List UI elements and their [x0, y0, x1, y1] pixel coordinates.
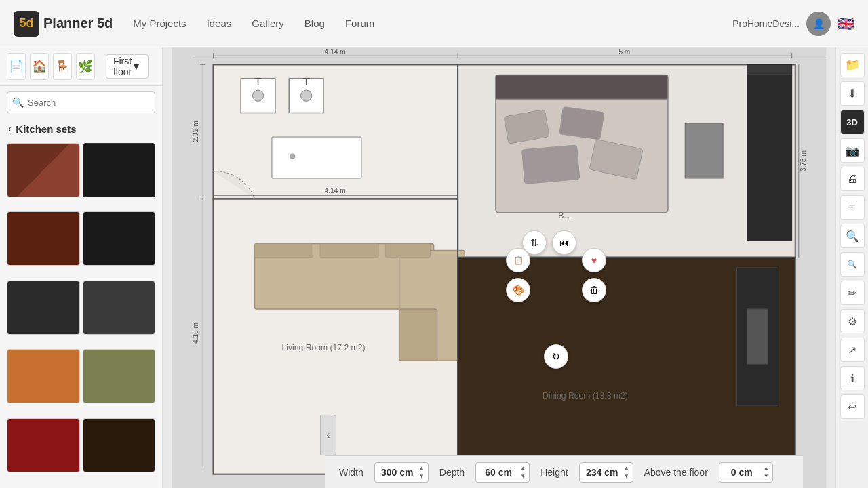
- undo-button[interactable]: ↩: [840, 394, 865, 419]
- paint-button[interactable]: 🎨: [506, 278, 530, 302]
- zoom-in-button[interactable]: 🔍: [840, 224, 865, 248]
- height-label: Height: [540, 467, 568, 478]
- floor-selector-label: First floor: [113, 56, 132, 77]
- zoom-out-button[interactable]: 🔍: [840, 252, 865, 277]
- logo[interactable]: 5d Planner 5d: [14, 11, 113, 37]
- edit-button[interactable]: ✏: [840, 281, 865, 305]
- kitchen-item-1[interactable]: [7, 143, 80, 197]
- svg-text:2.32 m: 2.32 m: [192, 121, 199, 142]
- home-button[interactable]: 🏠: [30, 53, 49, 80]
- category-title: Kitchen sets: [16, 123, 76, 135]
- floor-input-wrap: ▲ ▼: [719, 462, 773, 483]
- height-up-arrow[interactable]: ▲: [621, 464, 632, 472]
- 3d-view-button[interactable]: 3D: [840, 110, 865, 134]
- kitchen-item-4[interactable]: [83, 211, 156, 266]
- user-area: ProHomeDesi... 👤 🇬🇧: [732, 12, 854, 36]
- share-button[interactable]: ↗: [840, 338, 865, 362]
- logo-icon: 5d: [14, 11, 39, 37]
- width-down-arrow[interactable]: ▼: [416, 472, 427, 481]
- floor-up-arrow[interactable]: ▲: [761, 464, 772, 472]
- svg-point-8: [301, 90, 312, 101]
- favorite-button[interactable]: ♥: [582, 248, 606, 272]
- kitchen-item-3[interactable]: [7, 211, 80, 266]
- svg-rect-15: [496, 75, 668, 100]
- depth-input-wrap: ▲ ▼: [475, 462, 530, 483]
- floor-plan-svg: B... Living Room (17.2 m2) Dining Room (…: [163, 47, 835, 488]
- floor-label: Above the floor: [644, 467, 708, 478]
- svg-point-4: [252, 90, 263, 101]
- furniture-button[interactable]: 🪑: [53, 53, 72, 80]
- right-sidebar: 📁 ⬇ 3D 📷 🖨 ≡ 🔍 🔍 ✏ ⚙ ↗ ℹ ↩: [835, 47, 868, 488]
- info-button[interactable]: ℹ: [840, 366, 865, 390]
- depth-label: Depth: [439, 467, 465, 478]
- kitchen-item-7[interactable]: [7, 349, 80, 403]
- nav-blog[interactable]: Blog: [304, 18, 325, 29]
- plants-button[interactable]: 🌿: [76, 53, 95, 80]
- height-down-arrow[interactable]: ▼: [621, 472, 632, 481]
- kitchen-item-9[interactable]: [7, 418, 80, 472]
- search-input[interactable]: [7, 92, 155, 113]
- floor-down-arrow[interactable]: ▼: [761, 472, 772, 481]
- depth-up-arrow[interactable]: ▲: [517, 464, 528, 472]
- camera-button[interactable]: 📷: [840, 138, 865, 163]
- user-avatar[interactable]: 👤: [806, 12, 831, 36]
- logo-text: Planner 5d: [43, 16, 113, 31]
- back-button[interactable]: ‹ Kitchen sets: [0, 119, 162, 139]
- svg-rect-21: [747, 64, 792, 75]
- svg-text:B...: B...: [558, 211, 570, 220]
- svg-rect-22: [747, 75, 792, 241]
- kitchen-item-5[interactable]: [7, 281, 80, 335]
- new-file-button[interactable]: 📁: [840, 53, 865, 77]
- width-label: Width: [339, 467, 363, 478]
- depth-down-arrow[interactable]: ▼: [517, 472, 528, 481]
- width-input-wrap: ▲ ▼: [374, 462, 429, 483]
- language-flag[interactable]: 🇬🇧: [837, 16, 854, 32]
- kitchen-item-6[interactable]: [83, 281, 156, 335]
- nav-forum[interactable]: Forum: [345, 18, 374, 29]
- left-sidebar: 📄 🏠 🪑 🌿 First floor ▼ 🔍 ‹ Kitchen sets: [0, 47, 163, 488]
- items-grid: [0, 139, 162, 488]
- svg-text:4.14 m: 4.14 m: [325, 48, 346, 56]
- search-box: 🔍: [7, 92, 155, 113]
- svg-rect-11: [272, 137, 361, 178]
- collapse-sidebar-button[interactable]: ‹: [320, 415, 336, 455]
- rotate-button[interactable]: ↻: [544, 344, 568, 369]
- svg-text:5 m: 5 m: [618, 48, 630, 56]
- svg-rect-27: [399, 309, 437, 361]
- kitchen-item-2[interactable]: [83, 143, 156, 197]
- height-arrows: ▲ ▼: [621, 462, 632, 483]
- search-icon: 🔍: [12, 97, 24, 108]
- floor-selector[interactable]: First floor ▼: [106, 54, 149, 79]
- svg-rect-18: [521, 145, 579, 184]
- svg-point-12: [290, 153, 295, 159]
- center-button[interactable]: ⏮: [552, 230, 576, 255]
- canvas-area[interactable]: B... Living Room (17.2 m2) Dining Room (…: [163, 47, 835, 488]
- nav-gallery[interactable]: Gallery: [252, 18, 284, 29]
- toolbar-icons: 📄 🏠 🪑 🌿 First floor ▼: [0, 47, 162, 86]
- kitchen-item-10[interactable]: [83, 418, 156, 472]
- new-project-button[interactable]: 📄: [7, 53, 26, 80]
- svg-text:3.75 m: 3.75 m: [800, 150, 807, 171]
- top-navigation: 5d Planner 5d My Projects Ideas Gallery …: [0, 0, 868, 47]
- download-button[interactable]: ⬇: [840, 81, 865, 106]
- dimension-bar: Width ▲ ▼ Depth ▲ ▼ Height ▲: [326, 455, 803, 488]
- width-up-arrow[interactable]: ▲: [416, 464, 427, 472]
- settings-button[interactable]: ⚙: [840, 309, 865, 333]
- kitchen-item-8[interactable]: [83, 349, 156, 403]
- svg-rect-28: [254, 243, 313, 257]
- nav-my-projects[interactable]: My Projects: [133, 18, 186, 29]
- svg-text:Living Room (17.2 m2): Living Room (17.2 m2): [281, 343, 365, 352]
- svg-text:4.16 m: 4.16 m: [192, 323, 199, 344]
- username-label: ProHomeDesi...: [732, 18, 800, 29]
- chevron-down-icon: ▼: [132, 61, 141, 72]
- nav-ideas[interactable]: Ideas: [207, 18, 232, 29]
- svg-rect-29: [320, 243, 378, 257]
- depth-arrows: ▲ ▼: [517, 462, 528, 483]
- height-input-wrap: ▲ ▼: [579, 462, 633, 483]
- svg-rect-30: [385, 243, 430, 257]
- copy-button[interactable]: 📋: [506, 248, 530, 272]
- svg-text:Dining Room (13.8 m2): Dining Room (13.8 m2): [542, 391, 628, 401]
- print-button[interactable]: 🖨: [840, 167, 865, 191]
- delete-button[interactable]: 🗑: [582, 278, 606, 302]
- stats-button[interactable]: ≡: [840, 195, 865, 220]
